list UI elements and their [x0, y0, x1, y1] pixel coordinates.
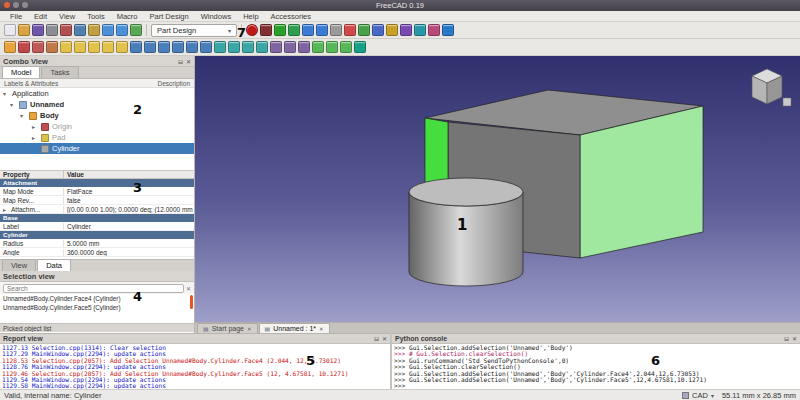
property-value[interactable]: FlatFace: [64, 188, 194, 195]
stop-macro-icon[interactable]: [260, 24, 272, 36]
tree-item-body[interactable]: ▾ Body: [0, 110, 194, 121]
python-console-header[interactable]: Python console ⊟ ✕: [392, 334, 800, 344]
open-file-icon[interactable]: [18, 24, 30, 36]
thickness-icon[interactable]: [256, 41, 268, 53]
property-group-attachment[interactable]: Attachment: [0, 179, 194, 187]
copy-icon[interactable]: [74, 24, 86, 36]
isometric-view-icon[interactable]: [344, 24, 356, 36]
tree-item-unnamed[interactable]: ▾ Unnamed: [0, 99, 194, 110]
property-value[interactable]: false: [64, 197, 194, 204]
menu-item[interactable]: Windows: [195, 12, 237, 21]
selection-item[interactable]: Unnamed#Body.Cylinder.Face4 (Cylinder): [0, 294, 194, 303]
map-sketch-icon[interactable]: [46, 41, 58, 53]
window-titlebar[interactable]: FreeCAD 0.19: [0, 0, 800, 11]
rear-view-icon[interactable]: [400, 24, 412, 36]
expander-icon[interactable]: ▸: [3, 206, 9, 213]
menu-item[interactable]: View: [53, 12, 81, 21]
python-console-input[interactable]: >>> Gui.Selection.addSelection('Unnamed'…: [392, 344, 800, 390]
polar-pattern-icon[interactable]: [298, 41, 310, 53]
menu-item[interactable]: Help: [237, 12, 264, 21]
bottom-view-icon[interactable]: [414, 24, 426, 36]
navigation-style-selector[interactable]: CAD ▾: [682, 391, 714, 400]
menu-item[interactable]: Edit: [28, 12, 53, 21]
draft-icon[interactable]: [242, 41, 254, 53]
edit-sketch-icon[interactable]: [32, 41, 44, 53]
property-value[interactable]: [(0.00 0.00 1.00); 0.0000 deg; (12.0000 …: [64, 206, 194, 213]
pocket-icon[interactable]: [130, 41, 142, 53]
additive-pipe-icon[interactable]: [102, 41, 114, 53]
property-value[interactable]: 360.0000 deg: [64, 249, 194, 256]
3d-viewport[interactable]: [195, 56, 800, 322]
navigation-cube[interactable]: [742, 64, 792, 110]
close-tab-icon[interactable]: ✕: [319, 326, 324, 332]
search-input[interactable]: [3, 284, 184, 293]
labels-column-header[interactable]: Labels & Attributes: [4, 80, 58, 87]
front-view-icon[interactable]: [358, 24, 370, 36]
right-view-icon[interactable]: [386, 24, 398, 36]
hole-icon[interactable]: [144, 41, 156, 53]
tree-item-application[interactable]: ▾ Application: [0, 88, 194, 99]
refresh-icon[interactable]: [130, 24, 142, 36]
undo-icon[interactable]: [102, 24, 114, 36]
linear-pattern-icon[interactable]: [284, 41, 296, 53]
model-3d[interactable]: [195, 56, 800, 322]
close-panel-icon[interactable]: ✕: [186, 58, 191, 65]
tree-item-cylinder[interactable]: Cylinder: [0, 143, 194, 154]
property-group-cylinder[interactable]: Cylinder: [0, 231, 194, 239]
record-macro-icon[interactable]: [246, 24, 258, 36]
subtractive-loft-icon[interactable]: [172, 41, 184, 53]
menu-item[interactable]: Tools: [81, 12, 111, 21]
zoom-icon[interactable]: [316, 24, 328, 36]
selection-item[interactable]: Unnamed#Body.Cylinder.Face5 (Cylinder): [0, 303, 194, 312]
expander-icon[interactable]: ▾: [20, 112, 26, 119]
close-panel-icon[interactable]: ✕: [792, 335, 797, 342]
tab-view[interactable]: View: [2, 259, 36, 271]
new-file-icon[interactable]: [4, 24, 16, 36]
tab-data[interactable]: Data: [37, 259, 71, 271]
revolution-icon[interactable]: [74, 41, 86, 53]
measure-icon[interactable]: [442, 24, 454, 36]
paste-icon[interactable]: [88, 24, 100, 36]
description-column-header[interactable]: Description: [157, 80, 190, 87]
tab-model[interactable]: Model: [2, 66, 40, 78]
menu-item[interactable]: Part Design: [144, 12, 195, 21]
close-panel-icon[interactable]: ✕: [382, 335, 387, 342]
tree-item-pad[interactable]: ▸ Pad: [0, 132, 194, 143]
picked-object-list-header[interactable]: Picked object list: [0, 323, 194, 332]
execute-macro-icon[interactable]: [274, 24, 286, 36]
scrollbar[interactable]: [190, 295, 193, 309]
subtractive-pipe-icon[interactable]: [186, 41, 198, 53]
property-value[interactable]: 5.0000 mm: [64, 240, 194, 247]
expander-icon[interactable]: ▸: [32, 123, 38, 130]
cylinder-top-face[interactable]: [409, 178, 523, 206]
float-panel-icon[interactable]: ⊟: [374, 335, 379, 342]
selection-view-header[interactable]: Selection view: [0, 271, 194, 282]
cut-icon[interactable]: [60, 24, 72, 36]
save-icon[interactable]: [32, 24, 44, 36]
float-panel-icon[interactable]: ⊟: [178, 58, 183, 65]
expander-icon[interactable]: ▸: [32, 134, 38, 141]
print-icon[interactable]: [46, 24, 58, 36]
chamfer-icon[interactable]: [228, 41, 240, 53]
property-group-base[interactable]: Base: [0, 214, 194, 222]
additive-primitive-icon[interactable]: [116, 41, 128, 53]
redo-icon[interactable]: [116, 24, 128, 36]
subtractive-primitive-icon[interactable]: [200, 41, 212, 53]
datum-plane-icon[interactable]: [312, 41, 324, 53]
create-body-icon[interactable]: [4, 41, 16, 53]
expander-icon[interactable]: ▾: [10, 101, 16, 108]
fit-all-icon[interactable]: [302, 24, 314, 36]
draw-style-icon[interactable]: [330, 24, 342, 36]
pad-icon[interactable]: [60, 41, 72, 53]
close-tab-icon[interactable]: ✕: [247, 326, 252, 332]
report-view-header[interactable]: Report view ⊟ ✕: [0, 334, 390, 344]
tab-tasks[interactable]: Tasks: [41, 66, 78, 78]
clear-search-icon[interactable]: ✕: [186, 285, 191, 292]
execute-in-console-icon[interactable]: [288, 24, 300, 36]
menu-item[interactable]: Accessories: [265, 12, 317, 21]
tab-start-page[interactable]: ▤ Start page ✕: [197, 323, 258, 333]
mirrored-icon[interactable]: [270, 41, 282, 53]
property-value[interactable]: Cylinder: [64, 223, 194, 230]
float-panel-icon[interactable]: ⊟: [784, 335, 789, 342]
datum-point-icon[interactable]: [340, 41, 352, 53]
